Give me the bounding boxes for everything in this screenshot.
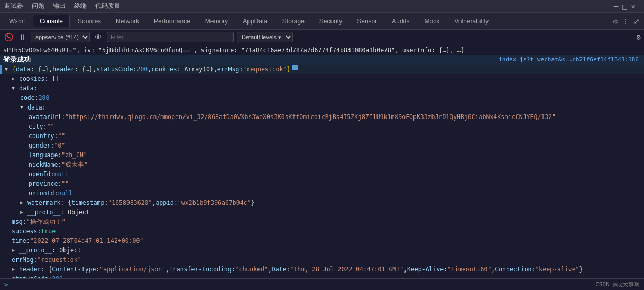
menu-codequality[interactable]: 代码质量 xyxy=(95,2,121,11)
tab-sources[interactable]: Sources xyxy=(71,15,108,27)
clear-console-button[interactable]: 🚫 xyxy=(3,32,14,42)
tab-wxml[interactable]: Wxml xyxy=(2,15,32,27)
minimize-icon[interactable]: ─ xyxy=(614,2,618,11)
log-line-openid: openId : null xyxy=(0,169,644,179)
tab-bar-icons: ⚙ ⋮ ⤢ xyxy=(613,17,642,25)
log-line-msg: msg : "操作成功！" xyxy=(0,217,644,226)
obj-type-indicator xyxy=(292,65,298,70)
tab-performance[interactable]: Performance xyxy=(147,15,197,27)
console-prompt: > xyxy=(4,281,8,288)
log-line-errmsg: errMsg : "request:ok" xyxy=(0,255,644,265)
maximize-icon[interactable]: □ xyxy=(622,2,627,11)
tab-storage[interactable]: Storage xyxy=(275,15,311,27)
log-line-province: province : "" xyxy=(0,179,644,188)
log-line-avatar: avatarUrl : "https://thirdwx.qlogo.cn/mm… xyxy=(0,112,644,122)
log-line-login: 登录成功 index.js?t=wechat&s=…cb21f6ef14f154… xyxy=(0,55,644,65)
more-icon[interactable]: ⋮ xyxy=(622,17,629,25)
log-line-obj: ▼ { data : {…}, header : {…}, statusCode… xyxy=(0,65,644,74)
tab-sensor[interactable]: Sensor xyxy=(350,15,384,27)
log-line-nickname: nickName : "成大事" xyxy=(0,160,644,169)
log-line-city: city : "" xyxy=(0,122,644,131)
tab-network[interactable]: Network xyxy=(109,15,146,27)
level-select[interactable]: Default levels ▾ xyxy=(237,32,293,42)
file-reference[interactable]: index.js?t=wechat&s=…cb21f6ef14f1543:186 xyxy=(499,56,641,64)
tab-security[interactable]: Security xyxy=(312,15,349,27)
expand-arrow-watermark[interactable]: ▶ xyxy=(20,198,26,207)
close-icon[interactable]: ✕ xyxy=(631,2,636,11)
menu-debugger[interactable]: 调试器 xyxy=(4,2,23,11)
tab-memory[interactable]: Memory xyxy=(198,15,235,27)
log-line-proto1: ▶ __proto__ : Object xyxy=(0,207,644,217)
detach-icon[interactable]: ⤢ xyxy=(633,17,640,25)
expand-arrow-header[interactable]: ▶ xyxy=(12,265,18,274)
menu-terminal[interactable]: 终端 xyxy=(74,2,87,11)
context-select[interactable]: appservice (#14) xyxy=(31,32,90,42)
expand-arrow-proto2[interactable]: ▶ xyxy=(12,246,18,255)
tab-bar: Wxml Console Sources Network Performance… xyxy=(0,13,644,30)
obj-open-brace: { xyxy=(12,65,16,74)
log-line-time: time : "2022-07-28T04:47:01.142+00:00" xyxy=(0,236,644,246)
tab-audits[interactable]: Audits xyxy=(385,15,416,27)
tab-appdata[interactable]: AppData xyxy=(236,15,274,27)
tab-vulnerability[interactable]: Vulnerability xyxy=(447,15,495,27)
eye-button[interactable]: 👁 xyxy=(93,32,104,42)
log-line-watermark: ▶ watermark : { timestamp : "1658983620"… xyxy=(0,198,644,207)
log-line-data-root: ▼ data : xyxy=(0,84,644,93)
log-line-header: ▶ header : { Content-Type : "application… xyxy=(0,265,644,274)
toolbar: 🚫 ⏸ appservice (#14) 👁 Default levels ▾ … xyxy=(0,30,644,44)
expand-arrow-obj[interactable]: ▼ xyxy=(5,65,11,74)
log-line-string: sPIh5CvDDsFw640uRI=", iv: "5jBdd+hEnAxCK… xyxy=(0,46,644,55)
log-line-success: success : true xyxy=(0,226,644,236)
log-text-string: sPIh5CvDDsFw640uRI=", iv: "5jBdd+hEnAxCK… xyxy=(3,46,464,55)
log-line-language: language : "zh_CN" xyxy=(0,150,644,160)
window-controls: ─ □ ✕ xyxy=(614,2,640,11)
login-success-text: 登录成功 xyxy=(3,56,31,64)
menu-problem[interactable]: 问题 xyxy=(32,2,44,11)
log-line-gender: gender : "0" xyxy=(0,141,644,150)
menu-bar: 调试器 问题 输出 终端 代码质量 ─ □ ✕ xyxy=(0,0,644,13)
filter-input[interactable] xyxy=(107,32,234,42)
obj-data-key: data xyxy=(16,65,31,74)
console-area: sPIh5CvDDsFw640uRI=", iv: "5jBdd+hEnAxCK… xyxy=(0,44,644,278)
pause-button[interactable]: ⏸ xyxy=(17,32,27,42)
bottom-bar: > CSDN @成大事啊 xyxy=(0,278,644,290)
tab-console[interactable]: Console xyxy=(33,15,70,27)
expand-arrow-cookies[interactable]: ▶ xyxy=(12,75,18,83)
expand-arrow-data[interactable]: ▼ xyxy=(12,84,18,93)
log-line-unionid: unionId : null xyxy=(0,188,644,198)
log-line-code: code : 200 xyxy=(0,93,644,103)
menu-output[interactable]: 输出 xyxy=(53,2,66,11)
log-line-statuscode: statusCode : 200 xyxy=(0,274,644,278)
tab-mock[interactable]: Mock xyxy=(418,15,447,27)
log-line-country: country : "" xyxy=(0,131,644,141)
branding-text: CSDN @成大事啊 xyxy=(595,280,640,288)
expand-arrow-data-nested[interactable]: ▼ xyxy=(20,103,26,112)
log-line-data-nested: ▼ data : xyxy=(0,103,644,112)
expand-arrow-proto1[interactable]: ▶ xyxy=(20,208,26,216)
log-line-cookies: ▶ cookies : [] xyxy=(0,74,644,84)
log-line-proto2: ▶ __proto__ : Object xyxy=(0,246,644,255)
settings-icon[interactable]: ⚙ xyxy=(613,17,618,25)
toolbar-settings-icon[interactable]: ⚙ xyxy=(637,33,641,41)
